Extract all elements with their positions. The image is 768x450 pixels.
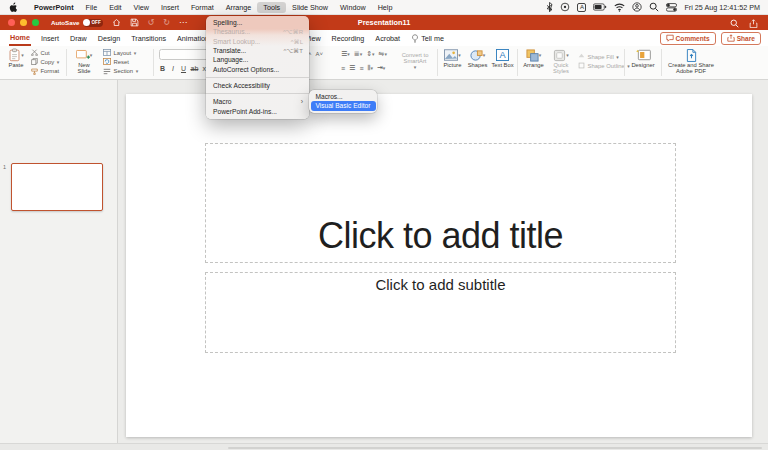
macos-menubar: PowerPoint File Edit View Insert Format …	[0, 0, 768, 15]
battery-icon[interactable]	[593, 3, 607, 11]
menu-item-autocorrect-options[interactable]: AutoCorrect Options...	[206, 64, 309, 73]
menu-item-check-accessibility[interactable]: Check Accessibility	[206, 81, 309, 90]
create-adobe-pdf-button[interactable]: Create and Share Adobe PDF	[665, 48, 717, 74]
bold-button[interactable]: B	[159, 65, 166, 72]
menu-item-powerpoint-add-ins[interactable]: PowerPoint Add-ins...	[206, 106, 309, 115]
zoom-window-button[interactable]	[32, 19, 39, 26]
layout-button[interactable]: Layout▾	[103, 49, 138, 56]
shapes-button[interactable]: ▾ Shapes	[466, 48, 489, 68]
share-button[interactable]: Share	[721, 32, 761, 45]
tab-home[interactable]: Home	[9, 30, 31, 46]
text-direction-icon[interactable]: ⇋▾	[379, 50, 387, 58]
spotlight-search-icon[interactable]	[649, 2, 659, 12]
align-right-icon[interactable]: ≡	[359, 65, 363, 72]
designer-button[interactable]: Designer	[628, 48, 658, 68]
apple-logo-icon[interactable]	[9, 2, 18, 13]
submenu-arrow-icon: ›	[301, 98, 303, 105]
menubar-item-help[interactable]: Help	[372, 2, 399, 13]
strikethrough-button[interactable]: ab	[191, 65, 199, 72]
menu-item-spelling[interactable]: Spelling...	[206, 18, 309, 27]
line-spacing-icon[interactable]: ⇕▾	[366, 50, 374, 58]
slide-number: 1	[3, 164, 6, 170]
menubar-item-slide-show[interactable]: Slide Show	[286, 2, 334, 13]
tab-draw[interactable]: Draw	[69, 31, 88, 45]
menu-item-macro[interactable]: Macro ›	[206, 97, 309, 106]
cut-button[interactable]: Cut	[31, 49, 59, 56]
app-titlebar: AutoSave OFF ↺ ↻ ⋯ Presentation11	[0, 15, 768, 30]
picture-icon	[444, 49, 458, 61]
bullets-icon[interactable]: ☰▾	[341, 50, 350, 58]
text-box-button[interactable]: A Text Box	[491, 48, 514, 68]
more-toolbar-icon[interactable]: ⋯	[179, 18, 187, 27]
menubar-item-powerpoint[interactable]: PowerPoint	[28, 2, 80, 13]
wifi-icon[interactable]	[614, 3, 625, 12]
tab-tell-me[interactable]: Tell me	[410, 31, 445, 45]
tab-insert[interactable]: Insert	[40, 31, 60, 45]
comments-button[interactable]: Comments	[660, 32, 716, 45]
powerpoint-window: PowerPoint File Edit View Insert Format …	[0, 0, 768, 450]
indent-icon[interactable]: ⇥▾	[377, 64, 385, 72]
menubar-item-window[interactable]: Window	[334, 2, 372, 13]
slide-thumbnail[interactable]	[11, 163, 103, 211]
input-source-icon[interactable]: A	[577, 3, 586, 12]
submenu-item-visual-basic-editor[interactable]: Visual Basic Editor	[311, 101, 376, 110]
bluetooth-icon[interactable]	[546, 2, 553, 12]
underline-button[interactable]: U	[180, 65, 187, 72]
menu-item-smart-lookup[interactable]: Smart Lookup... ^⌘L	[206, 37, 309, 46]
tab-design[interactable]: Design	[97, 31, 121, 45]
quick-styles-button[interactable]: ▾ Quick Styles	[548, 48, 574, 74]
menu-item-thesaurus[interactable]: Thesaurus... ^⌥⌘R	[206, 27, 309, 36]
copy-button[interactable]: Copy▾	[31, 58, 59, 65]
shape-fill-button[interactable]: Shape Fill▾	[578, 53, 630, 60]
tab-transitions[interactable]: Transitions	[130, 31, 167, 45]
close-window-button[interactable]	[8, 19, 15, 26]
redo-icon[interactable]: ↻	[163, 18, 170, 27]
numbering-icon[interactable]: ≣▾	[354, 50, 362, 58]
home-icon[interactable]	[112, 18, 121, 27]
menubar-item-file[interactable]: File	[80, 2, 104, 13]
menubar-item-view[interactable]: View	[128, 2, 155, 13]
menubar-item-tools[interactable]: Tools	[257, 2, 286, 13]
user-account-icon[interactable]	[632, 2, 642, 12]
convert-to-smartart-button[interactable]: Convert to SmartArt▾	[392, 52, 438, 71]
save-icon[interactable]	[130, 18, 139, 27]
search-icon[interactable]	[730, 14, 739, 32]
control-center-icon[interactable]	[666, 3, 677, 12]
menubar-item-insert[interactable]: Insert	[155, 2, 185, 13]
menu-item-translate[interactable]: Translate... ^⌥⌘T	[206, 46, 309, 55]
menubar-clock[interactable]: Fri 25 Aug 12:41:52 PM	[684, 3, 760, 12]
align-left-icon[interactable]: ≡	[341, 65, 345, 72]
tab-recording[interactable]: Recording	[331, 31, 366, 45]
autosave-toggle[interactable]: OFF	[83, 19, 103, 27]
align-center-icon[interactable]: ☰	[349, 64, 355, 72]
menubar-item-format[interactable]: Format	[185, 2, 220, 13]
menubar-item-arrange[interactable]: Arrange	[220, 2, 258, 13]
minimize-window-button[interactable]	[20, 19, 27, 26]
title-placeholder[interactable]: Click to add title	[205, 143, 676, 263]
section-button[interactable]: Section▾	[103, 68, 138, 75]
submenu-item-macros[interactable]: Macros...	[311, 92, 376, 101]
reset-button[interactable]: Reset	[103, 58, 138, 65]
paste-button[interactable]: ▾ Paste	[4, 48, 28, 68]
arrange-button[interactable]: ▾ Arrange	[521, 48, 546, 68]
horizontal-scrollbar[interactable]	[228, 447, 762, 449]
focus-mode-icon[interactable]	[560, 2, 570, 12]
ribbon-home: ▾ Paste Cut Copy▾ Format ▾ New Slide	[0, 46, 768, 80]
reset-icon	[103, 58, 111, 65]
share-titlebar-icon[interactable]	[749, 14, 758, 32]
undo-icon[interactable]: ↺	[148, 18, 155, 27]
tools-menu: Spelling... Thesaurus... ^⌥⌘R Smart Look…	[206, 16, 309, 119]
format-painter-icon	[31, 68, 38, 75]
tab-acrobat[interactable]: Acrobat	[374, 31, 401, 45]
new-slide-button[interactable]: ▾ New Slide	[70, 48, 98, 74]
menubar-item-edit[interactable]: Edit	[103, 2, 127, 13]
menu-item-language[interactable]: Language...	[206, 55, 309, 64]
format-painter-button[interactable]: Format	[31, 68, 59, 75]
italic-button[interactable]: I	[170, 65, 177, 72]
columns-icon[interactable]: ⫴▾	[367, 64, 372, 72]
shape-outline-button[interactable]: Shape Outline▾	[578, 62, 630, 69]
picture-button[interactable]: ▾ Picture	[441, 48, 464, 68]
subtitle-placeholder[interactable]: Click to add subtitle	[205, 272, 676, 353]
slide-editor[interactable]: Click to add title Click to add subtitle	[126, 94, 752, 437]
decrease-font-icon[interactable]: A˅	[316, 51, 324, 57]
